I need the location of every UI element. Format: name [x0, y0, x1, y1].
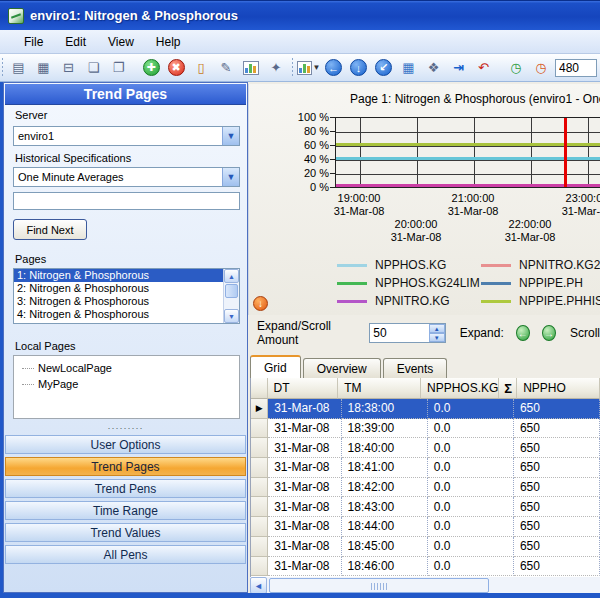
- grid-cell[interactable]: 18:40:00: [342, 438, 428, 458]
- copy-button[interactable]: ❐: [108, 57, 130, 79]
- column-header-nppho[interactable]: NPPHO: [517, 378, 600, 399]
- scroll-left-button[interactable]: ←: [323, 57, 345, 79]
- add-button[interactable]: ✚: [140, 57, 162, 79]
- grid-cell[interactable]: 0.0: [428, 438, 514, 458]
- save-button[interactable]: ▤: [8, 57, 30, 79]
- report-button[interactable]: ❏: [83, 57, 105, 79]
- grid-cell[interactable]: 18:46:00: [342, 557, 428, 577]
- menu-view[interactable]: View: [98, 32, 144, 52]
- legend-entry[interactable]: NPNITRO.KG: [337, 292, 481, 310]
- grid-cell[interactable]: 31-Mar-08: [268, 478, 341, 498]
- nav-trend-pages[interactable]: Trend Pages: [5, 457, 246, 476]
- scroll-down-icon[interactable]: ▼: [224, 309, 239, 323]
- grid-cell[interactable]: 31-Mar-08: [268, 438, 341, 458]
- grid-cell[interactable]: 31-Mar-08: [268, 537, 341, 557]
- time-end-button[interactable]: ◷: [530, 57, 552, 79]
- chevron-down-icon[interactable]: ▼: [222, 168, 239, 186]
- page-down-button[interactable]: ↓: [253, 296, 268, 311]
- grid-cell[interactable]: 31-Mar-08: [268, 458, 341, 478]
- historical-specs-combobox[interactable]: One Minute Averages ▼: [13, 167, 240, 187]
- tree-item[interactable]: NewLocalPage: [14, 360, 239, 376]
- chart-view-button[interactable]: [240, 57, 262, 79]
- sigma-icon[interactable]: Σ: [498, 378, 512, 398]
- server-combobox[interactable]: enviro1 ▼: [13, 126, 240, 146]
- row-selector[interactable]: [251, 478, 268, 498]
- find-next-button[interactable]: Find Next: [13, 219, 87, 240]
- grid-cell[interactable]: 0.0: [428, 478, 514, 498]
- grid-cell[interactable]: 31-Mar-08: [268, 497, 341, 517]
- toolbar-grip[interactable]: [292, 58, 293, 78]
- toolbar-grip[interactable]: [135, 58, 136, 78]
- pan-tool-button[interactable]: ❖: [423, 57, 445, 79]
- legend-entry[interactable]: NPPHOS.KG: [337, 256, 481, 274]
- grid-cell[interactable]: 650: [514, 537, 600, 557]
- legend-entry[interactable]: NPPIPE.PHHISP: [481, 292, 600, 310]
- grid-cell[interactable]: 650: [514, 438, 600, 458]
- grid-cell[interactable]: 18:39:00: [342, 419, 428, 439]
- scrollbar-thumb[interactable]: [269, 578, 489, 593]
- nav-time-range[interactable]: Time Range: [5, 501, 246, 520]
- row-selector[interactable]: [251, 517, 268, 537]
- delete-button[interactable]: ✖: [165, 57, 187, 79]
- page-list-item[interactable]: 2: Nitrogen & Phosphorous: [14, 282, 239, 295]
- page-list-item[interactable]: 1: Nitrogen & Phosphorous: [14, 269, 239, 282]
- scrollbar-thumb[interactable]: [225, 284, 238, 298]
- toolbar-grip[interactable]: [500, 58, 501, 78]
- row-selector[interactable]: [251, 458, 268, 478]
- grid-cell[interactable]: 31-Mar-08: [268, 399, 341, 419]
- spin-up-icon[interactable]: ▲: [429, 324, 445, 333]
- page-list-item[interactable]: 4: Nitrogen & Phosphorous: [14, 308, 239, 321]
- nav-trend-values[interactable]: Trend Values: [5, 523, 246, 542]
- grid-cell[interactable]: 0.0: [428, 458, 514, 478]
- edit-page-button[interactable]: ✎: [215, 57, 237, 79]
- grid-cell[interactable]: 18:38:00: [342, 399, 428, 419]
- search-input[interactable]: [13, 192, 240, 210]
- chevron-down-icon[interactable]: ▼: [222, 127, 239, 145]
- expand-right-button[interactable]: →: [542, 325, 556, 341]
- legend-entry[interactable]: NPPHOS.KG24LIM: [337, 274, 481, 292]
- grid-cell[interactable]: 18:45:00: [342, 537, 428, 557]
- menu-help[interactable]: Help: [146, 32, 191, 52]
- tab-grid[interactable]: Grid: [250, 355, 301, 378]
- column-header-dt[interactable]: DT: [268, 378, 339, 399]
- remove-links-button[interactable]: ↶: [473, 57, 495, 79]
- table-view-button[interactable]: ▦: [33, 57, 55, 79]
- toolbar-grip[interactable]: [2, 58, 3, 78]
- row-selector[interactable]: ▶: [251, 399, 268, 419]
- grid-cell[interactable]: 0.0: [428, 517, 514, 537]
- nav-trend-pens[interactable]: Trend Pens: [5, 479, 246, 498]
- row-selector[interactable]: [251, 497, 268, 517]
- tab-overview[interactable]: Overview: [303, 358, 381, 378]
- grid-cell[interactable]: 650: [514, 419, 600, 439]
- grid-cell[interactable]: 0.0: [428, 497, 514, 517]
- grid-cell[interactable]: 650: [514, 399, 600, 419]
- tree-item[interactable]: MyPage: [14, 376, 239, 392]
- grid-cell[interactable]: 650: [514, 478, 600, 498]
- zoom-out-button[interactable]: ↙: [373, 57, 395, 79]
- legend-button[interactable]: ▦: [398, 57, 420, 79]
- row-selector-header[interactable]: [251, 378, 268, 399]
- interval-input[interactable]: [555, 59, 597, 77]
- menu-file[interactable]: File: [14, 32, 53, 52]
- tab-events[interactable]: Events: [383, 358, 448, 378]
- trend-cursor[interactable]: [564, 118, 567, 187]
- grid-cell[interactable]: 650: [514, 517, 600, 537]
- grid-cell[interactable]: 18:41:00: [342, 458, 428, 478]
- row-selector[interactable]: [251, 537, 268, 557]
- row-selector[interactable]: [251, 438, 268, 458]
- grid-cell[interactable]: 0.0: [428, 557, 514, 577]
- row-selector[interactable]: [251, 557, 268, 577]
- grid-cell[interactable]: 0.0: [428, 399, 514, 419]
- menu-edit[interactable]: Edit: [55, 32, 96, 52]
- trend-plot[interactable]: [335, 117, 600, 188]
- column-header-tm[interactable]: TM: [338, 378, 421, 399]
- grid-cell[interactable]: 0.0: [428, 537, 514, 557]
- grid-cell[interactable]: 31-Mar-08: [268, 557, 341, 577]
- grid-cell[interactable]: 18:44:00: [342, 517, 428, 537]
- splitter-handle[interactable]: ·········: [4, 425, 247, 431]
- grid-cell[interactable]: 650: [514, 458, 600, 478]
- grid-cell[interactable]: 650: [514, 557, 600, 577]
- time-start-button[interactable]: ◷: [505, 57, 527, 79]
- column-header-npphos-kg[interactable]: NPPHOS.KG Σ: [421, 378, 517, 399]
- grid-cell[interactable]: 650: [514, 497, 600, 517]
